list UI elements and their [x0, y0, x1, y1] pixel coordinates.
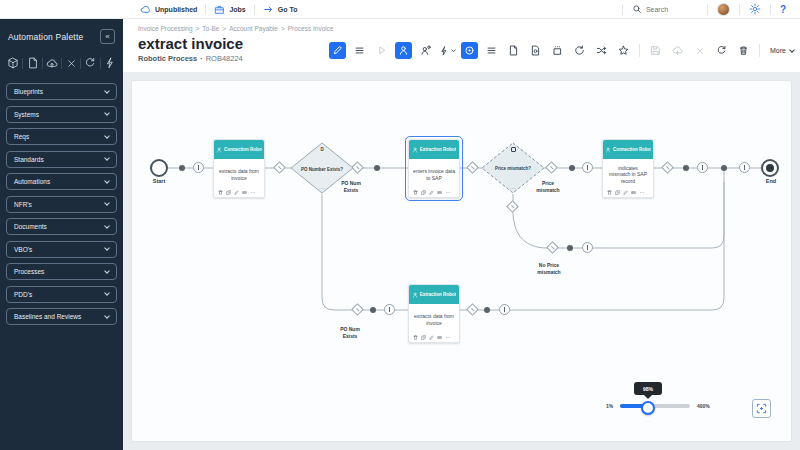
sidebar-item-standards[interactable]: Standards: [6, 151, 117, 168]
lightning-icon[interactable]: [104, 57, 116, 69]
sidebar-item-blueprints[interactable]: Blueprints: [6, 83, 117, 100]
connector-node[interactable]: [499, 304, 510, 315]
discard-button[interactable]: [691, 42, 708, 59]
breadcrumb: Invoice Processing > To-Be > Account Pay…: [138, 25, 800, 32]
robot-badge: Connection Robot: [603, 140, 653, 159]
process-canvas[interactable]: Start End Connecti: [123, 72, 800, 450]
person-icon: [412, 292, 418, 298]
zoom-slider-track[interactable]: [620, 404, 690, 408]
list-icon[interactable]: [437, 335, 442, 340]
sidebar-item-nfrs[interactable]: NFR's: [6, 196, 117, 213]
task-card-enter-invoice[interactable]: Extraction Robot enters invoice data to …: [408, 139, 460, 198]
task-card-indicate-mismatch[interactable]: Connection Robot indicates mismatch in S…: [602, 139, 654, 198]
robot-name: Connection Robot: [224, 147, 262, 152]
trash-icon[interactable]: [413, 190, 418, 195]
connector-node[interactable]: [193, 162, 204, 173]
connector-node[interactable]: [582, 242, 593, 253]
pencil-icon[interactable]: [429, 190, 434, 195]
robot-assign-button[interactable]: [395, 42, 412, 59]
sidebar-item-automations[interactable]: Automations: [6, 173, 117, 190]
refresh-button[interactable]: [713, 42, 730, 59]
sidebar-item-vbos[interactable]: VBO's: [6, 241, 117, 258]
task-card-extract-data-2[interactable]: Extraction Robot extracts data from invo…: [408, 284, 460, 343]
breadcrumb-item[interactable]: Process Invoice: [288, 25, 334, 32]
paste-button[interactable]: [549, 42, 566, 59]
edge-dot: [179, 165, 185, 171]
sidebar-item-pdds[interactable]: PDD's: [6, 286, 117, 303]
play-button[interactable]: [373, 42, 390, 59]
pencil-icon[interactable]: [429, 335, 434, 340]
process-header: Invoice Processing > To-Be > Account Pay…: [123, 25, 800, 78]
trash-icon[interactable]: [218, 190, 223, 195]
search-input[interactable]: [646, 6, 698, 13]
sidebar-item-processes[interactable]: Processes: [6, 263, 117, 280]
edge-dot: [683, 165, 689, 171]
sidebar-item-reqs[interactable]: Reqs: [6, 128, 117, 145]
more-dots-icon[interactable]: [639, 190, 645, 195]
copy-icon[interactable]: [615, 190, 620, 195]
chevron-down-icon: [104, 200, 110, 206]
pencil-icon[interactable]: [623, 190, 628, 195]
document-detail-button[interactable]: [527, 42, 544, 59]
more-dots-icon[interactable]: [250, 190, 256, 195]
cloud-upload-button[interactable]: [669, 42, 686, 59]
chevron-down-icon: [104, 313, 110, 319]
edge-dot: [370, 307, 376, 313]
record-target-button[interactable]: [461, 42, 478, 59]
help-button[interactable]: ?: [780, 4, 786, 15]
sidebar-item-systems[interactable]: Systems: [6, 106, 117, 123]
copy-icon[interactable]: [421, 335, 426, 340]
save-icon: [650, 45, 661, 56]
task-card-extract-data[interactable]: Connection Robot extracts data from invo…: [213, 139, 265, 198]
more-dots-icon[interactable]: [445, 335, 451, 340]
breadcrumb-item[interactable]: Invoice Processing: [138, 25, 193, 32]
copy-icon[interactable]: [226, 190, 231, 195]
breadcrumb-item[interactable]: To-Be: [202, 25, 219, 32]
sidebar-item-documents[interactable]: Documents: [6, 218, 117, 235]
pencil-icon[interactable]: [234, 190, 239, 195]
settings-gear-icon[interactable]: [749, 3, 761, 15]
divider: [80, 58, 81, 69]
breadcrumb-item[interactable]: Account Payable: [229, 25, 278, 32]
goto-button[interactable]: Go To: [263, 4, 298, 15]
sidebar-collapse-button[interactable]: «: [100, 29, 115, 44]
refresh-icon[interactable]: [84, 57, 96, 69]
save-button[interactable]: [647, 42, 664, 59]
connector-node[interactable]: [384, 304, 395, 315]
person-add-button[interactable]: [417, 42, 434, 59]
list-icon[interactable]: [242, 190, 247, 195]
jobs-button[interactable]: Jobs: [214, 4, 245, 15]
list-view-button[interactable]: [351, 42, 368, 59]
connector-node[interactable]: [697, 162, 708, 173]
document-icon[interactable]: [27, 57, 39, 69]
more-dots-icon[interactable]: [445, 190, 451, 195]
more-menu-button[interactable]: More: [770, 47, 794, 54]
junction-dot: [721, 165, 727, 171]
list-icon[interactable]: [631, 190, 636, 195]
steps-list-button[interactable]: [483, 42, 500, 59]
connector-node[interactable]: [739, 162, 750, 173]
close-icon[interactable]: [66, 58, 77, 69]
cube-icon[interactable]: [7, 57, 19, 69]
sync-button[interactable]: [571, 42, 588, 59]
connector-node[interactable]: [582, 162, 593, 173]
publish-status-button[interactable]: Unpublished: [140, 4, 197, 15]
search-box[interactable]: [632, 4, 698, 14]
favorite-button[interactable]: [615, 42, 632, 59]
delete-button[interactable]: [735, 42, 752, 59]
trash-icon[interactable]: [607, 190, 612, 195]
zoom-slider-handle[interactable]: [641, 401, 655, 415]
debug-button[interactable]: [439, 42, 456, 59]
fit-to-screen-button[interactable]: [752, 399, 771, 418]
start-node[interactable]: [150, 159, 168, 177]
end-node[interactable]: [761, 159, 779, 177]
new-document-button[interactable]: [505, 42, 522, 59]
sidebar-item-baselines[interactable]: Baselines and Reviews: [6, 308, 117, 325]
copy-icon[interactable]: [421, 190, 426, 195]
list-icon[interactable]: [437, 190, 442, 195]
shuffle-button[interactable]: [593, 42, 610, 59]
trash-icon[interactable]: [413, 335, 418, 340]
upload-icon[interactable]: [46, 57, 58, 69]
user-avatar[interactable]: [717, 3, 730, 16]
edit-mode-button[interactable]: [329, 42, 346, 59]
